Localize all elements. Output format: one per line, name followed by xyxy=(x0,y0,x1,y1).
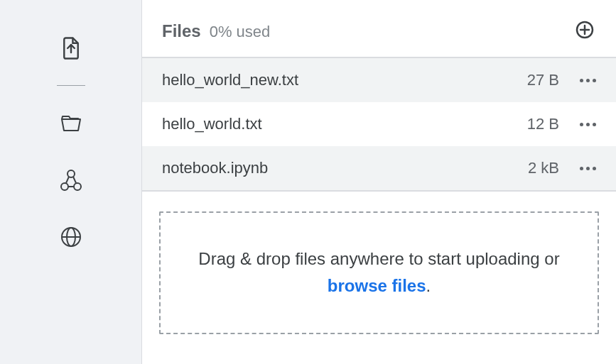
file-name: notebook.ipynb xyxy=(162,159,495,177)
browse-files-link[interactable]: browse files xyxy=(328,276,426,295)
nodes-icon xyxy=(60,169,82,194)
sidebar-network[interactable] xyxy=(50,217,92,260)
svg-point-1 xyxy=(61,183,68,190)
svg-point-2 xyxy=(74,183,81,190)
file-size: 12 B xyxy=(495,115,559,133)
more-horizontal-icon xyxy=(578,123,598,126)
main-panel: Files 0% used hello_world_new.txt 27 B h… xyxy=(141,0,616,364)
file-row[interactable]: hello_world.txt 12 B xyxy=(142,102,616,146)
file-actions-button[interactable] xyxy=(559,123,616,126)
files-header: Files 0% used xyxy=(142,0,616,58)
upload-file-icon xyxy=(60,36,82,63)
panel-title: Files xyxy=(162,21,201,41)
more-horizontal-icon xyxy=(578,167,598,170)
file-row[interactable]: notebook.ipynb 2 kB xyxy=(142,146,616,190)
more-horizontal-icon xyxy=(578,79,598,82)
file-size: 27 B xyxy=(495,71,559,89)
file-row[interactable]: hello_world_new.txt 27 B xyxy=(142,58,616,102)
storage-usage: 0% used xyxy=(210,23,271,41)
file-actions-button[interactable] xyxy=(559,79,616,82)
upload-dropzone[interactable]: Drag & drop files anywhere to start uplo… xyxy=(159,211,599,334)
svg-point-0 xyxy=(67,170,75,177)
sidebar-variables[interactable] xyxy=(50,160,92,203)
file-name: hello_world_new.txt xyxy=(162,71,495,89)
sidebar-divider xyxy=(57,85,85,86)
file-list: hello_world_new.txt 27 B hello_world.txt… xyxy=(142,58,616,192)
folder-open-icon xyxy=(59,114,83,136)
file-size: 2 kB xyxy=(495,159,559,177)
header-left: Files 0% used xyxy=(162,21,270,41)
sidebar-upload[interactable] xyxy=(50,28,92,71)
plus-circle-icon xyxy=(575,20,595,43)
file-actions-button[interactable] xyxy=(559,167,616,170)
file-name: hello_world.txt xyxy=(162,115,495,133)
sidebar-files[interactable] xyxy=(50,104,92,146)
dropzone-text: Drag & drop files anywhere to start uplo… xyxy=(198,249,559,268)
sidebar xyxy=(0,0,141,364)
add-file-button[interactable] xyxy=(573,20,596,43)
globe-icon xyxy=(60,226,82,250)
dropzone-suffix: . xyxy=(426,276,431,295)
